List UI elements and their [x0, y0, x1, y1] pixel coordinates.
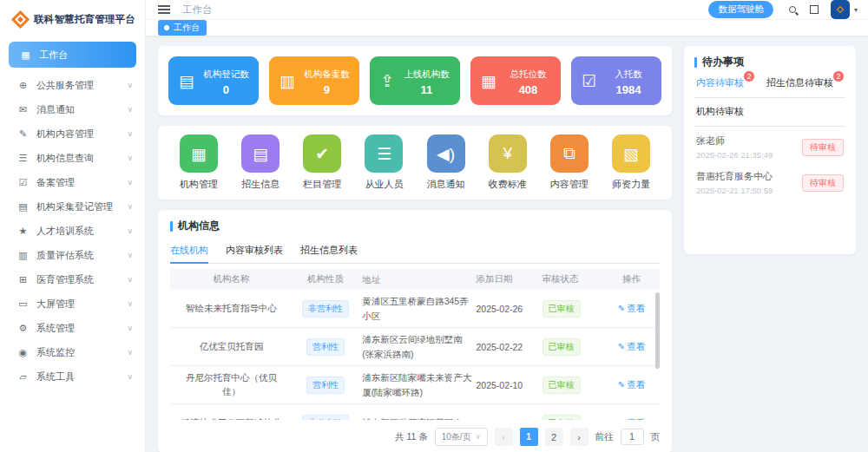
quick-link-fee-standard[interactable]: ¥ 收费标准: [483, 134, 533, 191]
quick-link-column-mgmt[interactable]: ✔ 栏目管理: [297, 134, 347, 191]
staff-list-icon: ☰: [365, 134, 403, 173]
sidebar-item-talent-training[interactable]: ★ 人才培训系统 ∨: [0, 219, 145, 243]
stat-label: 上线机构数: [404, 69, 450, 79]
view-link[interactable]: 查看: [618, 417, 645, 421]
prev-page-button[interactable]: ‹: [495, 428, 513, 446]
title-bar-icon: [170, 221, 173, 232]
fullscreen-icon[interactable]: [810, 5, 819, 14]
fee-calculator-icon: ¥: [489, 134, 527, 173]
app-window: 联科智慧托育管理平台 ▦ 工作台 ⊕ 公共服务管理 ∨ ✉ 消息通知 ∨ ✎ 机…: [0, 0, 868, 452]
sidebar-item-quality-eval[interactable]: ▥ 质量评估系统 ∨: [0, 243, 145, 267]
registry-doc-icon: ▤: [179, 73, 194, 89]
org-address: 黄浦区五里桥蒙自路345弄小区: [358, 294, 476, 323]
app-title: 联科智慧托育管理平台: [34, 13, 135, 26]
sidebar-item-label: 系统工具: [36, 370, 75, 383]
tab-online-orgs[interactable]: 在线机构: [170, 240, 208, 264]
stat-total-slots[interactable]: ▦ 总托位数408: [470, 56, 561, 105]
sidebar-item-workbench[interactable]: ▦ 工作台: [9, 42, 136, 68]
quick-link-org-mgmt[interactable]: ▦ 机构管理: [174, 134, 224, 191]
tab-chip-label: 工作台: [174, 22, 200, 34]
total-count: 共 11 条: [395, 431, 428, 443]
quick-link-enrollment-info[interactable]: ▤ 招生信息: [235, 134, 286, 191]
edit-icon: [618, 417, 627, 421]
table-body[interactable]: 智绘未来托育指导中心 非营利性 黄浦区五里桥蒙自路345弄小区 2025-02-…: [170, 290, 660, 420]
stat-value: 408: [503, 83, 554, 96]
sidebar-item-care-mgmt[interactable]: ⊞ 医育管理系统 ∨: [0, 267, 145, 292]
edit-icon: [618, 341, 627, 351]
page-size-select[interactable]: 10条/页∨: [435, 428, 488, 446]
search-icon[interactable]: [789, 6, 796, 13]
stat-org-online[interactable]: ⇪ 上线机构数11: [370, 56, 460, 105]
page-button-1[interactable]: 1: [520, 428, 538, 446]
gear-icon: ⚙: [17, 323, 29, 334]
tab-org-pending[interactable]: 机构待审核: [696, 105, 744, 118]
sidebar-item-system-monitor[interactable]: ◉ 系统监控 ∨: [0, 340, 145, 364]
stat-org-filed[interactable]: ▥ 机构备案数9: [269, 56, 359, 105]
quick-link-label: 内容管理: [544, 178, 595, 191]
table-row: 丹尼尔托育中心（优贝佳） 营利性 浦东新区陆家嘴未来资产大厦(陆家嘴环路) 20…: [170, 366, 660, 404]
tab-content-pending[interactable]: 内容待审核2: [696, 76, 744, 89]
sidebar-item-label: 消息通知: [36, 103, 75, 116]
col-org-type: 机构性质: [293, 273, 358, 285]
sidebar-item-system-tools[interactable]: ▱ 系统工具 ∨: [0, 364, 145, 389]
tab-content-review-list[interactable]: 内容审核列表: [226, 240, 283, 263]
chevron-down-icon: ∨: [127, 178, 133, 187]
sidebar-item-org-info-query[interactable]: ☰ 机构信息查询 ∨: [0, 146, 145, 170]
user-menu-caret-icon[interactable]: ▾: [854, 6, 858, 14]
tab-workbench-chip[interactable]: 工作台: [158, 20, 207, 36]
quick-link-teachers[interactable]: ▧ 师资力量: [606, 134, 656, 191]
sidebar-item-public-service[interactable]: ⊕ 公共服务管理 ∨: [0, 73, 145, 97]
org-info-card: 机构信息 在线机构 内容审核列表 招生信息列表 机构名称 机构性质 地址 添加日…: [158, 210, 672, 452]
content-sitemap-icon: ⧉: [550, 134, 589, 173]
todo-item[interactable]: 普惠托育服务中心 2025-02-21 17:50:59 待审核: [694, 162, 845, 198]
org-name: 亿优宝贝托育园: [170, 340, 293, 354]
col-date-added: 添加日期: [476, 273, 542, 285]
quick-link-notifications[interactable]: ◀) 消息通知: [421, 134, 471, 191]
tab-enrollment-info-list[interactable]: 招生信息列表: [300, 240, 358, 263]
sidebar-item-message-notice[interactable]: ✉ 消息通知 ∨: [0, 97, 145, 121]
sidebar-item-collection-registry[interactable]: ▤ 机构采集登记管理 ∨: [0, 194, 145, 219]
view-link[interactable]: 查看: [618, 379, 645, 390]
quick-link-content-mgmt[interactable]: ⧉ 内容管理: [544, 134, 595, 191]
next-page-button[interactable]: ›: [570, 428, 589, 446]
table-row: 亿优宝贝托育园 营利性 浦东新区云间绿地别墅南(张家浜路南) 2025-02-2…: [170, 328, 660, 366]
sidebar-item-filing-mgmt[interactable]: ☑ 备案管理 ∨: [0, 170, 145, 194]
chevron-down-icon: ∨: [127, 226, 133, 235]
stat-org-registered[interactable]: ▤ 机构登记数0: [168, 56, 259, 105]
goto-page-input[interactable]: [621, 429, 644, 445]
data-cockpit-button[interactable]: 数据驾驶舱: [708, 1, 773, 18]
sidebar-item-label: 工作台: [39, 49, 68, 62]
pagination: 共 11 条 10条/页∨ ‹ 1 2 › 前往 页: [170, 428, 660, 446]
stat-value: 11: [400, 83, 453, 96]
sidebar-item-system-mgmt[interactable]: ⚙ 系统管理 ∨: [0, 316, 145, 340]
sidebar-item-screen-mgmt[interactable]: ▭ 大屏管理 ∨: [0, 292, 145, 316]
tab-enrollment-pending[interactable]: 招生信息待审核2: [766, 76, 833, 89]
sidebar-item-label: 备案管理: [36, 176, 75, 189]
table-row: 经济技术开发区新城幼儿 非营利性 浦东新区世茂滨江花园南 已审核 查看: [170, 404, 660, 420]
todo-item[interactable]: 张老师 2025-02-26 21:35:49 待审核: [694, 127, 845, 162]
view-link[interactable]: 查看: [618, 341, 645, 351]
todo-title-text: 待办事项: [702, 55, 744, 69]
logo-diamond-icon: [11, 10, 30, 29]
col-actions: 操作: [603, 273, 660, 285]
sidebar-item-org-content[interactable]: ✎ 机构内容管理 ∨: [0, 121, 145, 146]
sidebar-fold-icon[interactable]: [158, 5, 170, 14]
sidebar-item-label: 机构内容管理: [36, 128, 94, 141]
quick-link-staff[interactable]: ☰ 从业人员: [358, 134, 409, 191]
teachers-icon: ▧: [612, 134, 650, 173]
edit-icon: [618, 303, 627, 313]
status-badge: 已审核: [542, 300, 581, 318]
col-org-name: 机构名称: [170, 272, 293, 286]
view-link[interactable]: 查看: [618, 303, 645, 313]
avatar[interactable]: [831, 0, 850, 19]
page-button-2[interactable]: 2: [545, 428, 563, 446]
stat-enrolled[interactable]: ☑ 入托数1984: [571, 56, 661, 105]
breadcrumb: 工作台: [182, 3, 213, 16]
table-scrollbar[interactable]: [655, 292, 660, 369]
quick-link-label: 机构管理: [174, 178, 224, 191]
stat-value: 9: [301, 83, 352, 96]
col-review-status: 审核状态: [542, 273, 604, 285]
sidebar-item-label: 系统监控: [36, 346, 75, 359]
select-caret-icon: ∨: [476, 433, 481, 441]
tags-bar: 工作台: [146, 20, 868, 36]
